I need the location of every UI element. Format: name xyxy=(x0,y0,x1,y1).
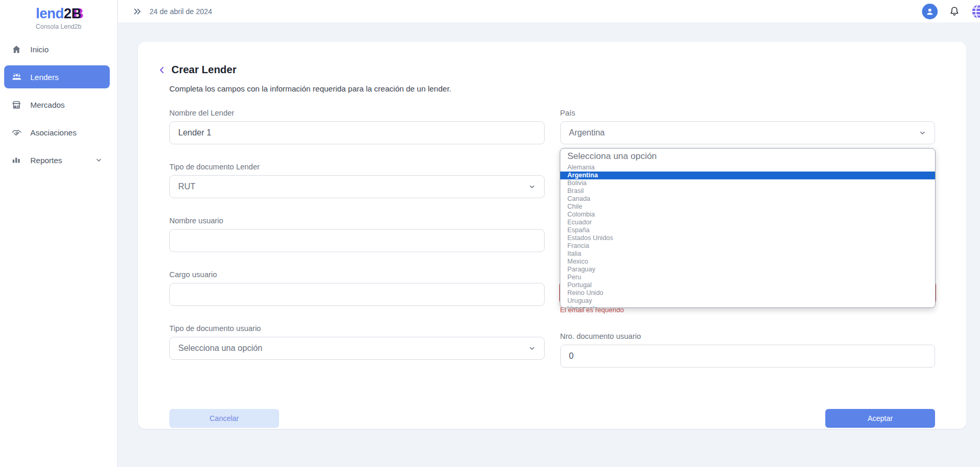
field-nombre-usuario: Nombre usuario xyxy=(169,217,545,252)
accept-button[interactable]: Aceptar xyxy=(825,409,935,428)
field-label: Tipo de documento Lender xyxy=(169,163,545,172)
crear-lender-card: Crear Lender Completa los campos con la … xyxy=(138,42,966,429)
sidebar: lend2B Consola Lend2b Inicio Lenders Mer… xyxy=(0,0,118,467)
country-option[interactable]: Francia xyxy=(560,242,936,250)
page-subtitle: Completa los campos con la información r… xyxy=(169,84,935,93)
sidebar-item-inicio[interactable]: Inicio xyxy=(4,38,110,61)
bar-chart-icon xyxy=(11,155,22,165)
sidebar-item-label: Mercados xyxy=(30,100,65,109)
select-value: Argentina xyxy=(569,128,605,138)
sidebar-item-label: Asociaciones xyxy=(30,128,76,137)
logo-lend: lend xyxy=(36,6,64,21)
page-title: Crear Lender xyxy=(171,64,237,76)
country-option[interactable]: Ecuador xyxy=(560,219,936,226)
sidebar-item-label: Lenders xyxy=(30,73,59,82)
topbar: 24 de abril de 2024 xyxy=(118,0,980,23)
field-nombre-lender: Nombre del Lender xyxy=(169,109,545,144)
nombre-lender-input[interactable] xyxy=(169,121,545,144)
country-option[interactable]: Portugal xyxy=(560,281,936,289)
chevron-down-icon xyxy=(95,156,102,164)
country-option[interactable]: Bolivia xyxy=(560,179,936,187)
country-option[interactable]: España xyxy=(560,226,936,234)
handshake-icon xyxy=(11,127,22,138)
country-option[interactable]: Mexico xyxy=(560,258,936,266)
select-value: Selecciona una opción xyxy=(178,344,262,353)
nombre-usuario-input[interactable] xyxy=(169,229,545,252)
back-icon[interactable] xyxy=(158,66,166,74)
sidebar-collapse-icon[interactable] xyxy=(133,7,142,16)
country-option[interactable]: Italia xyxy=(560,250,936,258)
nro-doc-usuario-input[interactable] xyxy=(560,345,936,368)
form-actions: Cancelar Aceptar xyxy=(169,409,935,428)
field-label: Nombre usuario xyxy=(169,217,545,225)
pais-dropdown-panel: Selecciona una opción AlemaniaArgentinaB… xyxy=(560,148,936,308)
chevron-down-icon xyxy=(528,183,536,190)
users-icon xyxy=(11,72,22,82)
country-option[interactable]: Argentina xyxy=(560,172,936,179)
country-option[interactable]: Colombia xyxy=(560,211,936,219)
home-icon xyxy=(11,44,22,54)
brand-logo: lend2B Consola Lend2b xyxy=(0,0,117,30)
field-cargo-usuario: Cargo usuario xyxy=(169,270,545,306)
logo-b: B xyxy=(72,6,82,21)
chevron-down-icon xyxy=(528,345,536,352)
form-right-column: País Argentina El email es requerido Nro… xyxy=(560,109,936,386)
country-option[interactable]: Paraguay xyxy=(560,266,936,274)
store-icon xyxy=(11,99,22,110)
topbar-actions xyxy=(922,4,980,19)
sidebar-item-label: Inicio xyxy=(30,45,49,54)
current-date: 24 de abril de 2024 xyxy=(149,7,212,16)
field-label: Cargo usuario xyxy=(169,270,545,279)
field-label: Tipo de documento usuario xyxy=(169,324,545,333)
country-option[interactable]: Brasil xyxy=(560,187,936,195)
sidebar-nav: Inicio Lenders Mercados Asociaciones Rep… xyxy=(0,38,117,172)
field-label: Nro. documento usuario xyxy=(560,332,936,341)
bell-icon[interactable] xyxy=(949,6,960,17)
sidebar-item-label: Reportes xyxy=(30,156,62,165)
pais-select[interactable]: Argentina xyxy=(560,121,936,144)
field-label: País xyxy=(560,109,936,118)
lender-form: Nombre del Lender Tipo de documento Lend… xyxy=(169,109,935,386)
country-option[interactable]: Chile xyxy=(560,203,936,211)
field-pais: País Argentina xyxy=(560,109,936,144)
country-option[interactable]: Canada xyxy=(560,195,936,203)
globe-icon[interactable] xyxy=(971,4,980,19)
country-option[interactable]: Estados Unidos xyxy=(560,234,936,242)
sidebar-item-lenders[interactable]: Lenders xyxy=(4,65,110,88)
form-left-column: Nombre del Lender Tipo de documento Lend… xyxy=(169,109,545,386)
logo-2: 2 xyxy=(64,6,72,21)
page-header: Crear Lender xyxy=(158,64,935,76)
cancel-button[interactable]: Cancelar xyxy=(169,409,279,428)
select-value: RUT xyxy=(178,182,195,191)
field-nro-doc-usuario: Nro. documento usuario xyxy=(560,332,936,368)
tipo-doc-lender-select[interactable]: RUT xyxy=(169,175,545,198)
field-label: Nombre del Lender xyxy=(169,109,545,118)
field-tipo-doc-usuario: Tipo de documento usuario Selecciona una… xyxy=(169,324,545,360)
cargo-usuario-input[interactable] xyxy=(169,283,545,306)
logo-text: lend2B xyxy=(0,5,117,22)
country-option[interactable]: Alemania xyxy=(560,164,936,172)
sidebar-item-reportes[interactable]: Reportes xyxy=(4,149,110,172)
sidebar-item-asociaciones[interactable]: Asociaciones xyxy=(4,121,110,144)
sidebar-item-mercados[interactable]: Mercados xyxy=(4,93,110,116)
country-option-list: AlemaniaArgentinaBoliviaBrasilCanadaChil… xyxy=(560,164,936,308)
chevron-down-icon xyxy=(919,129,926,136)
tipo-doc-usuario-select[interactable]: Selecciona una opción xyxy=(169,337,545,360)
country-option[interactable]: Reino Unido xyxy=(560,289,936,297)
country-option[interactable]: Peru xyxy=(560,274,936,281)
field-tipo-doc-lender: Tipo de documento Lender RUT xyxy=(169,163,545,198)
main-content: Crear Lender Completa los campos con la … xyxy=(118,23,980,467)
logo-subtitle: Consola Lend2b xyxy=(0,23,117,30)
user-avatar[interactable] xyxy=(922,4,938,19)
dropdown-placeholder-option[interactable]: Selecciona una opción xyxy=(560,150,936,164)
country-option[interactable]: Uruguay xyxy=(560,297,936,305)
country-option[interactable]: Venezuela xyxy=(560,305,936,308)
